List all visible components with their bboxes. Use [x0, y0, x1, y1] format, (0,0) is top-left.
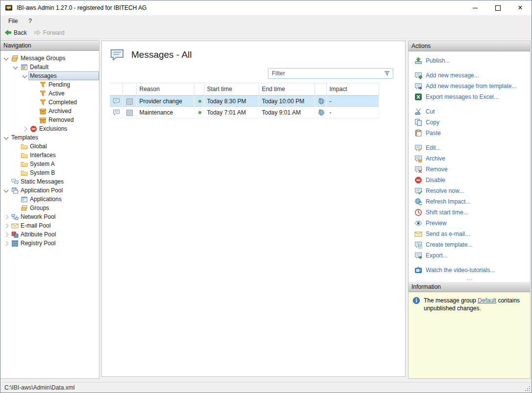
- action-shift-start-time[interactable]: Shift start time...: [409, 207, 530, 218]
- action-publish[interactable]: Publish...: [409, 55, 530, 66]
- tree-node-system-b[interactable]: System B: [19, 168, 99, 177]
- action-add-new-message[interactable]: Add new message...: [409, 70, 530, 81]
- expander-open-icon[interactable]: [12, 63, 19, 71]
- tree-item-active[interactable]: Active: [0, 89, 99, 98]
- tree-node-message-groups[interactable]: Message Groups: [10, 54, 99, 63]
- tree-item-label: Message Groups: [21, 55, 65, 62]
- forward-button[interactable]: Forward: [34, 29, 65, 36]
- action-label: Export messages to Excel...: [426, 93, 499, 100]
- action-resolve-now[interactable]: Resolve now...: [409, 185, 530, 196]
- tree-item-static-messages[interactable]: Static Messages: [0, 177, 99, 186]
- action-add-new-message-from-template[interactable]: Add new message from template...: [409, 81, 530, 92]
- resize-grip[interactable]: [524, 385, 531, 392]
- tree-item-default[interactable]: Default: [0, 63, 99, 71]
- action-export-messages-to-excel[interactable]: Export messages to Excel...: [409, 92, 530, 102]
- close-button[interactable]: ×: [509, 0, 532, 15]
- tree-item-archived[interactable]: Archived: [0, 107, 99, 116]
- expander-closed-icon[interactable]: [2, 230, 10, 239]
- tree-item-groups[interactable]: Groups: [0, 204, 99, 212]
- tree-node-registry-pool[interactable]: Registry Pool: [10, 239, 99, 248]
- tree-node-e-mail-pool[interactable]: E-mail Pool: [10, 221, 99, 230]
- default-group-link[interactable]: Default: [478, 297, 496, 304]
- action-preview[interactable]: Preview: [409, 218, 530, 229]
- tree-item-interfaces[interactable]: Interfaces: [0, 151, 99, 160]
- action-paste[interactable]: Paste: [409, 128, 530, 139]
- column-header-end-time[interactable]: End time: [259, 83, 314, 95]
- tree-node-default[interactable]: Default: [19, 63, 99, 71]
- actions-more-indicator[interactable]: ...: [409, 275, 530, 281]
- tree-node-system-a[interactable]: System A: [19, 160, 99, 168]
- action-remove[interactable]: Remove: [409, 164, 530, 175]
- tree-node-templates[interactable]: Templates: [10, 133, 99, 142]
- tree-item-system-b[interactable]: System B: [0, 168, 99, 177]
- action-edit[interactable]: Edit...: [409, 142, 530, 153]
- tree-item-pending[interactable]: Pending: [0, 80, 99, 89]
- minimize-button[interactable]: [464, 0, 486, 15]
- back-button[interactable]: Back: [4, 29, 27, 36]
- tree-item-messages[interactable]: Messages: [0, 71, 99, 80]
- action-cut[interactable]: Cut: [409, 106, 530, 117]
- expander-closed-icon[interactable]: [2, 212, 10, 221]
- table-row-provider-change[interactable]: Provider changeToday 8:30 PMToday 10:00 …: [110, 95, 379, 107]
- column-header-reason[interactable]: Reason: [136, 83, 194, 95]
- tree-item-applications[interactable]: Applications: [0, 195, 99, 204]
- tree-node-global[interactable]: Global: [19, 142, 99, 151]
- tree-node-removed[interactable]: Removed: [38, 116, 99, 124]
- table-row-maintenance[interactable]: MaintenanceToday 7:01 AMToday 9:01 AM-: [110, 107, 379, 118]
- tree-node-active[interactable]: Active: [38, 89, 99, 98]
- action-archive[interactable]: Archive: [409, 153, 530, 164]
- tree-item-application-pool[interactable]: Application Pool: [0, 186, 99, 195]
- expander-closed-icon[interactable]: [2, 221, 10, 230]
- action-send-as-e-mail[interactable]: Send as e-mail...: [409, 229, 530, 239]
- tree-item-removed[interactable]: Removed: [0, 116, 99, 124]
- tree-item-global[interactable]: Global: [0, 142, 99, 151]
- tree-node-completed[interactable]: Completed: [38, 98, 99, 107]
- expander-closed-icon[interactable]: [21, 124, 28, 133]
- expander-open-icon[interactable]: [2, 133, 10, 142]
- tree-node-messages[interactable]: Messages: [28, 71, 99, 80]
- column-header-impact[interactable]: Impact: [326, 83, 379, 95]
- tree-item-exclusions[interactable]: Exclusions: [0, 124, 99, 133]
- action-watch-the-video-tutorials[interactable]: Watch the video-tutorials...: [409, 265, 530, 276]
- tree-item-e-mail-pool[interactable]: E-mail Pool: [0, 221, 99, 230]
- tree-node-exclusions[interactable]: Exclusions: [28, 124, 99, 133]
- tree-node-interfaces[interactable]: Interfaces: [19, 151, 99, 160]
- expander-open-icon[interactable]: [2, 54, 10, 63]
- column-header-start-time[interactable]: Start time: [204, 83, 259, 95]
- tree-node-attribute-pool[interactable]: Attribute Pool: [10, 230, 99, 239]
- tree-node-groups[interactable]: Groups: [19, 204, 99, 212]
- cell-message-icon: [110, 95, 122, 107]
- tree-node-applications[interactable]: Applications: [19, 195, 99, 204]
- tree-item-network-pool[interactable]: Network Pool: [0, 212, 99, 221]
- expander-open-icon[interactable]: [21, 71, 28, 80]
- tree-node-network-pool[interactable]: Network Pool: [10, 212, 99, 221]
- main-panel: Messages - All ReasonStart timeEnd timeI…: [101, 41, 406, 377]
- tree-item-registry-pool[interactable]: Registry Pool: [0, 239, 99, 248]
- tree-node-archived[interactable]: Archived: [38, 107, 99, 116]
- expander-open-icon[interactable]: [2, 186, 10, 195]
- cell-status: [194, 107, 204, 118]
- menu-file[interactable]: File: [8, 18, 18, 24]
- action-copy[interactable]: Copy: [409, 117, 530, 128]
- menu-help[interactable]: ?: [28, 18, 32, 24]
- maximize-button[interactable]: [486, 0, 509, 15]
- tree-item-templates[interactable]: Templates: [0, 133, 99, 142]
- tree-item-system-a[interactable]: System A: [0, 160, 99, 168]
- tree-item-attribute-pool[interactable]: Attribute Pool: [0, 230, 99, 239]
- filter-funnel-icon[interactable]: [384, 70, 390, 77]
- action-create-template[interactable]: Create template...: [409, 239, 530, 250]
- filter-input[interactable]: [268, 70, 384, 77]
- filter-box: [268, 68, 393, 79]
- expander-closed-icon[interactable]: [2, 239, 10, 248]
- action-export[interactable]: Export...: [409, 250, 530, 261]
- tree-item-message-groups[interactable]: Message Groups: [0, 54, 99, 63]
- statusbar: C:\IBI-aws\Admin\Data.xml: [0, 382, 532, 393]
- tree-item-label: Static Messages: [21, 178, 64, 185]
- action-refresh-impact[interactable]: Refresh Impact...: [409, 196, 530, 207]
- tree-item-completed[interactable]: Completed: [0, 98, 99, 107]
- action-disable[interactable]: Disable: [409, 175, 530, 185]
- tree-node-application-pool[interactable]: Application Pool: [10, 186, 99, 195]
- tree-node-static-messages[interactable]: Static Messages: [10, 177, 99, 186]
- navigation-tree: Message GroupsDefaultMessagesPendingActi…: [0, 51, 99, 248]
- tree-node-pending[interactable]: Pending: [38, 80, 99, 89]
